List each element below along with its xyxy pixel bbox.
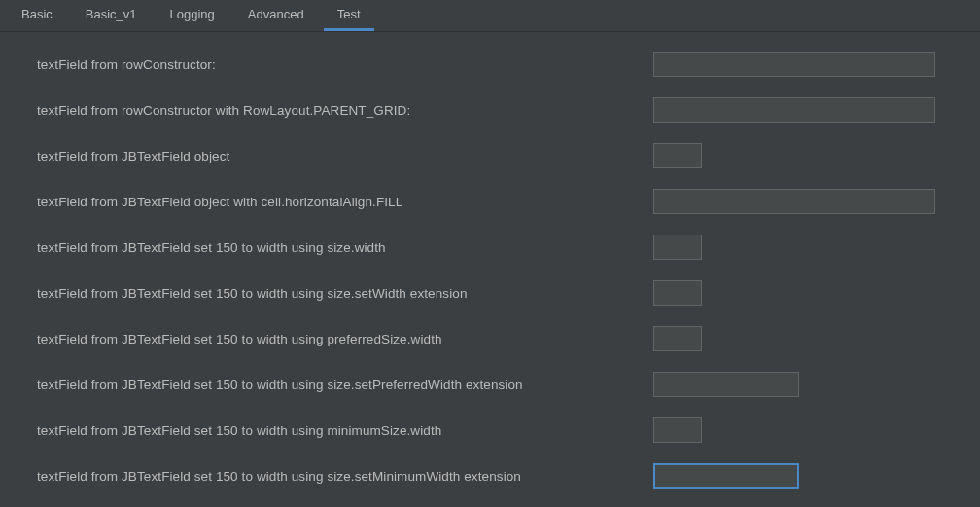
field-cell [653, 52, 966, 77]
row-label: textField from JBTextField set 150 to wi… [37, 423, 653, 438]
row-label: textField from JBTextField set 150 to wi… [37, 332, 653, 346]
field-cell [653, 280, 966, 306]
tab-bar: Basic Basic_v1 Logging Advanced Test [0, 0, 980, 32]
row-label: textField from JBTextField set 150 to wi… [37, 240, 653, 255]
row-label: textField from JBTextField set 150 to wi… [37, 378, 653, 392]
form-row: textField from JBTextField set 150 to wi… [37, 280, 966, 306]
textfield-row-constructor-parent-grid[interactable] [653, 97, 935, 123]
field-cell [653, 372, 966, 397]
field-cell [653, 235, 966, 260]
form-row: textField from JBTextField object [37, 143, 966, 168]
textfield-row-constructor[interactable] [653, 52, 935, 77]
tab-basic[interactable]: Basic [8, 0, 66, 31]
textfield-setpreferredwidth-extension[interactable] [653, 372, 799, 397]
textfield-preferredsize-width[interactable] [653, 326, 702, 351]
form-row: textField from rowConstructor with RowLa… [37, 97, 966, 123]
field-cell [653, 97, 966, 123]
field-cell [653, 143, 966, 168]
form-row: textField from JBTextField set 150 to wi… [37, 463, 966, 489]
row-label: textField from JBTextField set 150 to wi… [37, 469, 653, 484]
textfield-size-width[interactable] [653, 235, 702, 260]
row-label: textField from JBTextField set 150 to wi… [37, 286, 653, 301]
field-cell [653, 326, 966, 351]
form-row: textField from JBTextField object with c… [37, 189, 966, 214]
tab-basic-v1[interactable]: Basic_v1 [72, 0, 151, 31]
form-row: textField from rowConstructor: [37, 52, 966, 77]
textfield-minimumsize-width[interactable] [653, 417, 702, 443]
tab-test[interactable]: Test [324, 0, 374, 31]
form-row: textField from JBTextField set 150 to wi… [37, 235, 966, 260]
form-row: textField from JBTextField set 150 to wi… [37, 326, 966, 351]
form-row: textField from JBTextField set 150 to wi… [37, 417, 966, 443]
textfield-setwidth-extension[interactable] [653, 280, 702, 306]
row-label: textField from JBTextField object [37, 149, 653, 163]
row-label: textField from rowConstructor: [37, 57, 653, 72]
test-panel: textField from rowConstructor: textField… [0, 32, 980, 489]
field-cell [653, 417, 966, 443]
row-label: textField from JBTextField object with c… [37, 195, 653, 209]
field-cell [653, 189, 966, 214]
textfield-jbtextfield-object[interactable] [653, 143, 702, 168]
field-cell [653, 463, 966, 489]
row-label: textField from rowConstructor with RowLa… [37, 103, 653, 118]
textfield-setminimumwidth-extension[interactable] [653, 463, 799, 489]
form-row: textField from JBTextField set 150 to wi… [37, 372, 966, 397]
tab-logging[interactable]: Logging [157, 0, 228, 31]
textfield-jbtextfield-fill[interactable] [653, 189, 935, 214]
tab-advanced[interactable]: Advanced [234, 0, 318, 31]
